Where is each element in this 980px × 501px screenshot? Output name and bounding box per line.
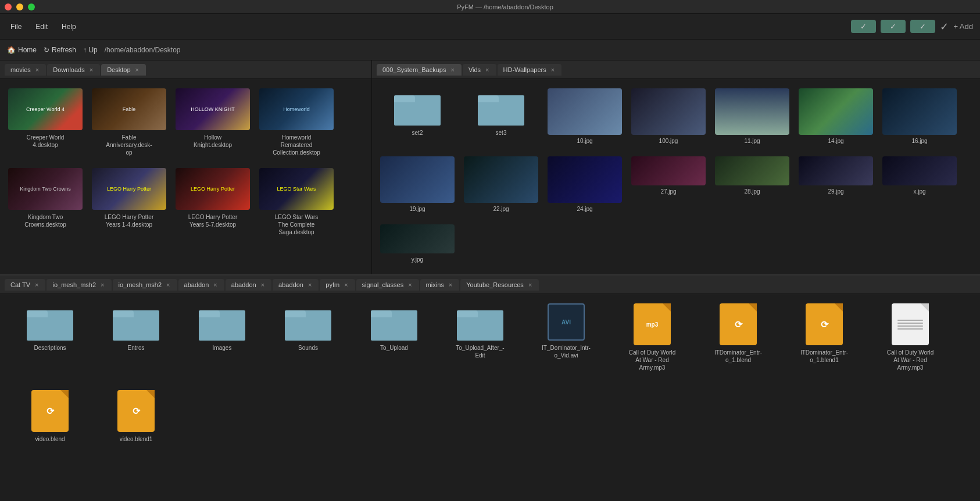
folder-sounds[interactable]: Sounds: [267, 299, 349, 376]
file-lego-hp1[interactable]: LEGO Harry Potter LEGO Harry PotterYears…: [88, 163, 170, 241]
file-name: Images: [213, 344, 232, 352]
check-button-1[interactable]: ✓: [851, 20, 876, 33]
folder-descriptions[interactable]: Descriptions: [9, 299, 91, 376]
tab-hd-close[interactable]: ×: [550, 66, 556, 73]
wall-28[interactable]: 28.jpg: [711, 152, 793, 217]
wall-14[interactable]: 14.jpg: [795, 84, 877, 149]
tab-io-mesh-2[interactable]: io_mesh_msh2 ×: [113, 279, 177, 291]
tab-close[interactable]: ×: [34, 281, 40, 288]
tab-downloads-close[interactable]: ×: [88, 66, 94, 73]
file-name: 27.jpg: [660, 188, 676, 195]
folder-entros[interactable]: Entros: [95, 299, 177, 376]
folder-images[interactable]: Images: [181, 299, 263, 376]
folder-to-upload[interactable]: To_Upload: [353, 299, 435, 376]
tab-close[interactable]: ×: [165, 281, 171, 288]
file-blend-1[interactable]: ⟳ ITDominator_Entr-o_1.blend: [698, 299, 779, 376]
minimize-button[interactable]: [16, 3, 23, 10]
wall-10[interactable]: 10.jpg: [544, 84, 625, 149]
close-button[interactable]: [5, 3, 12, 10]
file-hollow-knight[interactable]: HOLLOW KNIGHT HollowKnight.desktop: [172, 84, 253, 161]
tab-close[interactable]: ×: [343, 281, 349, 288]
tab-downloads-label: Downloads: [53, 66, 84, 73]
wall-22[interactable]: 22.jpg: [460, 152, 542, 217]
tab-io-mesh-1[interactable]: io_mesh_msh2 ×: [47, 279, 111, 291]
file-lego-hp2[interactable]: LEGO Harry Potter LEGO Harry PotterYears…: [172, 163, 253, 241]
wall-29[interactable]: 29.jpg: [795, 152, 877, 217]
wall-x[interactable]: x.jpg: [879, 152, 960, 217]
tab-vids-close[interactable]: ×: [484, 66, 490, 73]
file-lego-sw[interactable]: LEGO Star Wars LEGO Star WarsThe Complet…: [256, 163, 337, 241]
maximize-button[interactable]: [28, 3, 35, 10]
check-button-2[interactable]: ✓: [881, 20, 906, 33]
wall-16[interactable]: 16.jpg: [879, 84, 960, 149]
tab-vids-label: Vids: [468, 66, 481, 73]
file-mp3[interactable]: mp3 Call of Duty WorldAt War - RedArmy.m…: [611, 299, 693, 376]
file-avi[interactable]: AVI IT_Dominator_Intr-o_Vid.avi: [525, 299, 607, 376]
file-name: Descriptions: [34, 344, 66, 352]
tab-movies[interactable]: movies ×: [5, 64, 46, 76]
tab-close[interactable]: ×: [448, 281, 453, 288]
wall-27[interactable]: 27.jpg: [628, 152, 709, 217]
tab-desktop-close[interactable]: ×: [134, 66, 140, 73]
menu-help[interactable]: Help: [58, 22, 80, 32]
tab-close[interactable]: ×: [407, 281, 413, 288]
refresh-nav[interactable]: ↻ Refresh: [44, 46, 76, 54]
tab-label: signal_classes: [362, 281, 404, 288]
folder-set2[interactable]: set2: [377, 84, 458, 149]
tab-000-label: 000_System_Backups: [382, 66, 446, 73]
tab-hd-wallpapers[interactable]: HD-Wallpapers ×: [498, 64, 562, 76]
file-video-blend1[interactable]: ⟳ video.blend1: [95, 385, 177, 448]
tab-cat-tv[interactable]: Cat TV ×: [5, 279, 45, 291]
file-doc[interactable]: Call of Duty WorldAt War - RedArmy.mp3: [870, 299, 951, 376]
menu-file[interactable]: File: [7, 22, 25, 32]
tab-000-system[interactable]: 000_System_Backups ×: [377, 64, 462, 76]
path-bar: /home/abaddon/Desktop: [105, 46, 181, 54]
left-tab-bar: movies × Downloads × Desktop ×: [0, 60, 371, 79]
tab-close[interactable]: ×: [99, 281, 105, 288]
wall-100[interactable]: 100.jpg: [628, 84, 709, 149]
tab-label: abaddon: [184, 281, 209, 288]
tab-movies-close[interactable]: ×: [34, 66, 40, 73]
add-button[interactable]: + Add: [953, 22, 973, 31]
file-name: LEGO Star WarsThe CompleteSaga.desktop: [275, 213, 319, 236]
check-button-3[interactable]: ✓: [910, 20, 935, 33]
wall-19[interactable]: 19.jpg: [377, 152, 458, 217]
tab-close[interactable]: ×: [260, 281, 266, 288]
wall-24[interactable]: 24.jpg: [544, 152, 625, 217]
tab-youtube[interactable]: Youtube_Resources ×: [460, 279, 539, 291]
file-thumb: Kingdom Two Crowns: [8, 168, 83, 210]
tab-abaddon-1[interactable]: abaddon ×: [178, 279, 224, 291]
wall-11[interactable]: 11.jpg: [711, 84, 793, 149]
file-homeworld[interactable]: Homeworld HomeworldRemasteredCollection.…: [256, 84, 337, 161]
tab-abaddon-2[interactable]: abaddon ×: [226, 279, 271, 291]
file-name: x.jpg: [913, 188, 925, 195]
tab-downloads[interactable]: Downloads ×: [47, 64, 100, 76]
tab-mixins[interactable]: mixins ×: [420, 279, 460, 291]
toolbar-right: ✓ ✓ ✓ ✓ + Add: [851, 20, 973, 33]
file-creeper-world[interactable]: Creeper World 4 Creeper World4.desktop: [5, 84, 86, 161]
file-video-blend[interactable]: ⟳ video.blend: [9, 385, 91, 448]
file-fable[interactable]: Fable FableAnniversary.desk-op: [88, 84, 170, 161]
tab-signal-classes[interactable]: signal_classes ×: [356, 279, 419, 291]
wall-y[interactable]: y.jpg: [377, 220, 458, 268]
main-area: movies × Downloads × Desktop × Creeper W…: [0, 60, 980, 501]
folder-set3[interactable]: set3: [460, 84, 542, 149]
up-nav[interactable]: ↑ Up: [83, 46, 98, 54]
check-single-button[interactable]: ✓: [940, 20, 949, 33]
tab-desktop[interactable]: Desktop ×: [101, 64, 146, 76]
tab-000-close[interactable]: ×: [449, 66, 455, 73]
home-nav[interactable]: 🏠 Home: [7, 46, 37, 54]
folder-to-upload-after[interactable]: To_Upload_After_-Edit: [439, 299, 521, 376]
file-kingdom[interactable]: Kingdom Two Crowns Kingdom TwoCrowns.des…: [5, 163, 86, 241]
file-name: video.blend: [35, 435, 65, 443]
tab-vids[interactable]: Vids ×: [463, 64, 496, 76]
tab-abaddon-3[interactable]: abaddon ×: [273, 279, 319, 291]
menu-edit[interactable]: Edit: [32, 22, 51, 32]
file-blend-2[interactable]: ⟳ ITDominator_Entr-o_1.blend1: [784, 299, 865, 376]
tab-close[interactable]: ×: [307, 281, 313, 288]
tab-close[interactable]: ×: [212, 281, 218, 288]
tab-pyfm[interactable]: pyfm ×: [320, 279, 355, 291]
tab-close[interactable]: ×: [527, 281, 533, 288]
file-name: 29.jpg: [828, 188, 843, 195]
file-thumb: LEGO Harry Potter: [92, 168, 166, 210]
